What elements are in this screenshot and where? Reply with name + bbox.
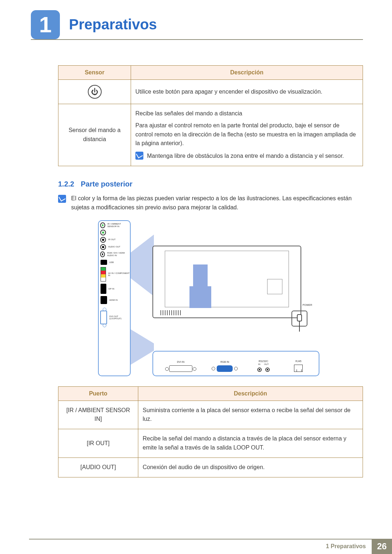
rj45-icon <box>294 365 303 372</box>
desc-cell: Conexión del audio de un dispositivo de … <box>138 457 363 477</box>
port-label: DP IN <box>109 288 114 290</box>
hdmi-icon <box>101 296 107 304</box>
port-label: USB <box>109 261 114 263</box>
page-content: Sensor Descripción ⏻ Utilice este botón … <box>58 65 363 477</box>
section-heading: 1.2.2Parte posterior <box>58 180 363 188</box>
note-text: Mantenga libre de obstáculos la zona ent… <box>147 152 344 161</box>
sensor-label-cell: Sensor del mando a distancia <box>58 104 131 166</box>
divider <box>31 39 363 40</box>
table-row: [IR / AMBIENT SENSOR IN] Suministra corr… <box>58 401 363 429</box>
note-icon <box>58 195 66 203</box>
jack-icon <box>100 251 105 257</box>
hport-dvi-in: DVI IN <box>169 361 192 373</box>
port-label: RJ45 <box>294 360 303 362</box>
th-desc: Descripción <box>138 386 363 401</box>
th-port: Puerto <box>58 386 138 401</box>
rear-panel-figure: IR / AMBIENT SENSOR IN IR OUT AUDIO OUT … <box>98 220 323 376</box>
port-cell: [IR OUT] <box>58 429 138 458</box>
power-label: POWER <box>287 304 312 306</box>
divider <box>29 539 392 539</box>
rs-in-label: IN <box>258 363 260 365</box>
desc-cell: Utilice este botón para apagar y encende… <box>131 80 363 104</box>
dvi-icon <box>100 311 107 324</box>
port-label: IR OUT <box>108 238 115 241</box>
power-connector: POWER <box>287 304 312 336</box>
table-row: ⏻ Utilice este botón para apagar y encen… <box>58 80 363 104</box>
top-note-text: El color y la forma de las piezas pueden… <box>71 194 363 212</box>
desc-line2: Para ajustar el control remoto en la par… <box>135 121 358 148</box>
table-row: Sensor del mando a distancia Recibe las … <box>58 104 363 166</box>
page-number: 26 <box>372 539 392 554</box>
table-row: [AUDIO OUT] Conexión del audio de un dis… <box>58 457 363 477</box>
chapter-header: 1 Preparativos <box>31 11 392 38</box>
hport-rgb-in: RGB IN <box>217 361 233 373</box>
jack-icon <box>100 230 106 235</box>
th-sensor: Sensor <box>58 66 131 80</box>
chapter-number-badge: 1 <box>31 10 60 39</box>
port-cell: [AUDIO OUT] <box>58 457 138 477</box>
port-cell: [IR / AMBIENT SENSOR IN] <box>58 401 138 429</box>
jack-icon <box>100 237 106 243</box>
desc-cell: Recibe la señal del mando a distancia a … <box>138 429 363 458</box>
port-label: RGB IN <box>217 361 233 363</box>
jack-icon <box>100 244 106 250</box>
chapter-title: Preparativos <box>69 16 157 33</box>
port-label: RGB / DVI / HDMI AUDIO IN <box>107 252 128 257</box>
top-note: El color y la forma de las piezas pueden… <box>58 194 363 212</box>
page-footer: 1 Preparativos 26 <box>0 539 392 554</box>
port-label: DVI OUT (LOOPOUT) <box>109 315 130 320</box>
port-table: Puerto Descripción [IR / AMBIENT SENSOR … <box>58 386 363 477</box>
hport-rj45: RJ45 <box>294 360 303 373</box>
highlight-bracket <box>189 286 211 308</box>
port-label: RS232C <box>257 360 270 362</box>
vertical-port-strip: IR / AMBIENT SENSOR IN IR OUT AUDIO OUT … <box>98 220 131 376</box>
jack-icon <box>100 222 105 228</box>
section-title: Parte posterior <box>81 180 132 188</box>
power-button-cell: ⏻ <box>58 80 131 104</box>
footer-section: 1 Preparativos <box>326 539 372 554</box>
hport-rs232c: RS232C INOUT <box>257 360 270 373</box>
port-label: AV IN / COMPONENT IN <box>108 272 130 276</box>
note-icon <box>135 152 143 160</box>
usb-icon <box>101 260 107 265</box>
dp-icon <box>101 284 106 294</box>
monitor-back-diagram <box>152 246 301 318</box>
port-label: AUDIO OUT <box>108 246 120 248</box>
desc-cell: Suministra corriente a la placa del sens… <box>138 401 363 429</box>
port-label: IR / AMBIENT SENSOR IN <box>107 223 128 227</box>
horizontal-port-strip: DVI IN RGB IN RS232C INOUT RJ45 <box>152 351 319 376</box>
desc-cell: Recibe las señales del mando a distancia… <box>131 104 363 166</box>
table-row: [IR OUT] Recibe la señal del mando a dis… <box>58 429 363 458</box>
rs-out-label: OUT <box>264 363 269 365</box>
th-desc: Descripción <box>131 66 363 80</box>
jack-icon <box>257 368 262 372</box>
desc-line1: Recibe las señales del mando a distancia <box>135 109 358 118</box>
vga-icon <box>217 365 233 372</box>
note-row: Mantenga libre de obstáculos la zona ent… <box>135 152 358 161</box>
dvi-icon <box>169 365 192 372</box>
power-icon: ⏻ <box>88 85 102 99</box>
sensor-table: Sensor Descripción ⏻ Utilice este botón … <box>58 65 363 166</box>
port-label: HDMI IN <box>109 299 118 301</box>
port-label: DVI IN <box>169 361 192 363</box>
section-number: 1.2.2 <box>58 180 74 188</box>
jack-icon <box>265 368 270 372</box>
av-component-icon <box>101 267 106 282</box>
